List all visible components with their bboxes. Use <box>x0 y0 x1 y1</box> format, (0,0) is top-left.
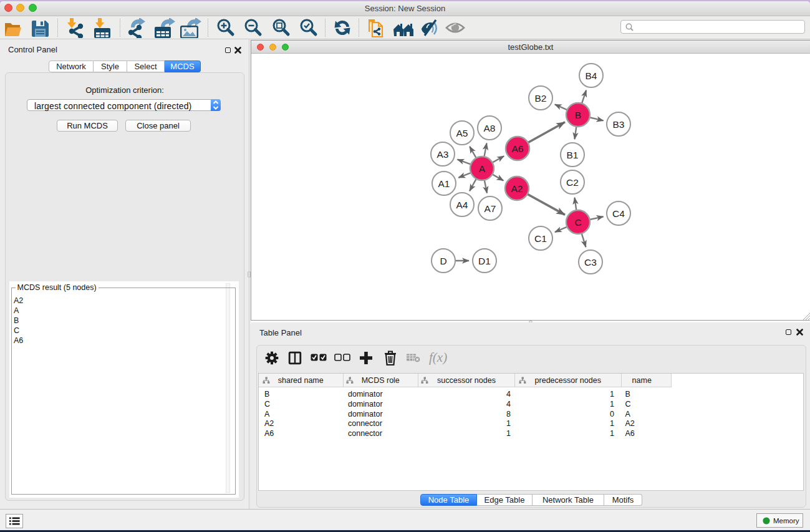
svg-text:C: C <box>574 217 581 228</box>
svg-text:B3: B3 <box>613 119 625 130</box>
svg-text:D1: D1 <box>478 256 491 266</box>
svg-text:B1: B1 <box>567 150 579 160</box>
svg-text:A4: A4 <box>456 200 468 210</box>
svg-text:B2: B2 <box>535 93 547 104</box>
svg-text:B4: B4 <box>586 70 597 81</box>
svg-text:A1: A1 <box>438 178 450 189</box>
svg-text:A3: A3 <box>437 149 449 160</box>
svg-text:A2: A2 <box>511 183 523 194</box>
svg-text:C2: C2 <box>566 177 579 188</box>
svg-text:A6: A6 <box>512 143 524 154</box>
svg-text:C3: C3 <box>584 257 597 268</box>
svg-text:A8: A8 <box>484 123 496 133</box>
svg-text:A5: A5 <box>456 128 468 138</box>
svg-text:C4: C4 <box>612 208 625 219</box>
svg-text:A: A <box>479 163 486 174</box>
svg-text:B: B <box>575 110 581 120</box>
svg-text:A7: A7 <box>485 203 496 214</box>
svg-text:C1: C1 <box>534 233 547 244</box>
svg-text:D: D <box>440 256 446 266</box>
